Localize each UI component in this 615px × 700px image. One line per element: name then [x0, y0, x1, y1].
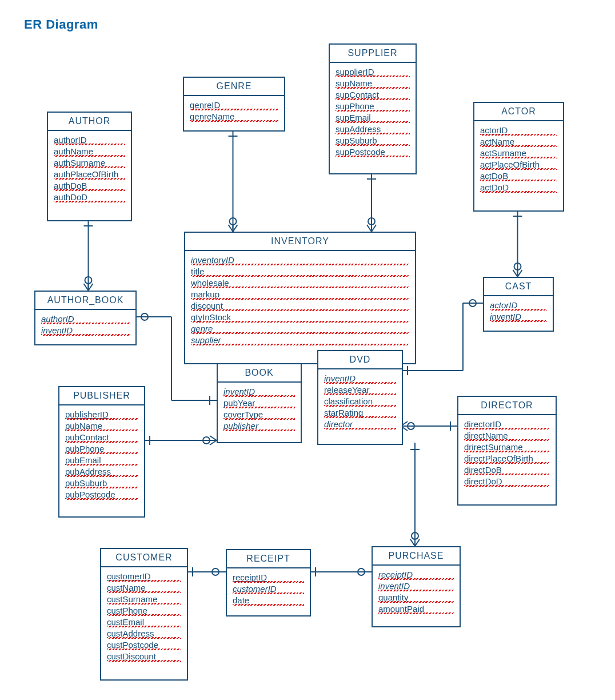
- attr: pubName: [65, 420, 138, 432]
- entity-title: CAST: [484, 278, 553, 296]
- attr: actName: [480, 136, 557, 148]
- attr: receiptID: [378, 569, 454, 580]
- entity-body: publisherIDpubNamepubContactpubPhonepubE…: [59, 405, 144, 505]
- entity-body: receiptIDcustomerIDdate: [227, 568, 310, 611]
- entity-body: inventIDpubYearcoverTypepublisher: [218, 383, 301, 436]
- attr: actorID: [480, 125, 557, 136]
- attr: releaseYear: [324, 384, 396, 396]
- attr: directDoD: [464, 476, 550, 487]
- attr: supContact: [336, 89, 410, 101]
- svg-line-20: [513, 270, 518, 277]
- entity-dvd: DVDinventIDreleaseYearclassificationstar…: [317, 350, 403, 445]
- attr: custName: [107, 582, 181, 594]
- svg-line-43: [210, 436, 217, 440]
- attr: publisher: [223, 420, 295, 432]
- attr: receiptID: [233, 572, 304, 583]
- attr: custEmail: [107, 617, 181, 628]
- attr: actSurname: [480, 148, 557, 159]
- attr: genre: [191, 323, 409, 335]
- attr: directName: [464, 430, 550, 442]
- attr: qtyInStock: [191, 312, 409, 323]
- attr: customerID: [233, 583, 304, 595]
- entity-body: receiptIDinventIDquantityamountPaid: [373, 566, 460, 619]
- attr: director: [324, 419, 396, 430]
- entity-body: genreIDgenreName: [184, 96, 284, 127]
- entity-title: RECEIPT: [227, 550, 310, 568]
- entity-body: supplierIDsupNamesupContactsupPhonesupEm…: [330, 63, 416, 162]
- entity-title: AUTHOR_BOOK: [35, 292, 135, 310]
- attr: pubPostcode: [65, 489, 138, 500]
- entity-receipt: RECEIPTreceiptIDcustomerIDdate: [226, 549, 311, 617]
- entity-title: ACTOR: [474, 103, 563, 121]
- entity-title: CUSTOMER: [101, 549, 187, 567]
- attr: publisherID: [65, 409, 138, 420]
- attr: actorID: [490, 300, 547, 311]
- svg-line-44: [210, 440, 217, 445]
- attr: supSuburb: [336, 135, 410, 146]
- entity-body: inventIDreleaseYearclassificationstarRat…: [318, 369, 402, 435]
- entity-body: actorIDactNameactSurnameactPlaceOfBirtha…: [474, 121, 563, 198]
- attr: custSurname: [107, 594, 181, 605]
- attr: supEmail: [336, 112, 410, 124]
- attr: actDoB: [480, 170, 557, 182]
- entity-title: BOOK: [218, 364, 301, 383]
- attr: markup: [191, 289, 409, 300]
- entity-actor: ACTORactorIDactNameactSurnameactPlaceOfB…: [473, 102, 564, 212]
- attr: pubAddress: [65, 466, 138, 478]
- attr: customerID: [107, 571, 181, 582]
- attr: authName: [54, 146, 125, 157]
- entity-title: INVENTORY: [185, 233, 415, 251]
- attr: custPhone: [107, 605, 181, 617]
- entity-supplier: SUPPLIERsupplierIDsupNamesupContactsupPh…: [329, 43, 417, 174]
- entity-body: authorIDauthNameauthSurnameauthPlaceOfBi…: [48, 131, 131, 208]
- attr: pubSuburb: [65, 478, 138, 489]
- attr: pubEmail: [65, 455, 138, 466]
- attr: quantity: [378, 592, 454, 603]
- attr: amountPaid: [378, 603, 454, 615]
- entity-title: PUBLISHER: [59, 387, 144, 405]
- attr: pubContact: [65, 432, 138, 443]
- attr: directorID: [464, 419, 550, 430]
- attr: authPlaceOfBirth: [54, 169, 125, 180]
- entity-title: SUPPLIER: [330, 45, 416, 63]
- attr: starRating: [324, 407, 396, 419]
- entity-customer: CUSTOMERcustomerIDcustNamecustSurnamecus…: [100, 548, 188, 681]
- entity-cast: CASTactorIDinventID: [483, 277, 554, 332]
- entity-title: AUTHOR: [48, 113, 131, 131]
- attr: title: [191, 266, 409, 277]
- attr: authorID: [54, 134, 125, 146]
- svg-line-9: [233, 225, 238, 232]
- attr: inventID: [324, 373, 396, 384]
- entity-title: GENRE: [184, 78, 284, 96]
- entity-director: DIRECTORdirectorIDdirectNamedrirectSurna…: [457, 396, 557, 506]
- attr: pubPhone: [65, 443, 138, 455]
- svg-line-3: [89, 284, 93, 291]
- entity-body: customerIDcustNamecustSurnamecustPhonecu…: [101, 567, 187, 667]
- attr: genreName: [190, 111, 278, 122]
- entity-publisher: PUBLISHERpublisherIDpubNamepubContactpub…: [58, 386, 145, 518]
- svg-line-15: [372, 225, 376, 232]
- attr: actDoD: [480, 182, 557, 193]
- attr: classification: [324, 396, 396, 407]
- svg-line-56: [415, 539, 420, 546]
- entity-author_book: AUTHOR_BOOKauthorIDinventID: [34, 291, 137, 345]
- attr: authDoD: [54, 192, 125, 203]
- attr: supPhone: [336, 101, 410, 112]
- svg-line-2: [84, 284, 89, 291]
- attr: authDoB: [54, 180, 125, 192]
- attr: inventID: [41, 325, 130, 336]
- attr: directPlaceOfBirth: [464, 453, 550, 464]
- entity-title: DVD: [318, 351, 402, 369]
- attr: authorID: [41, 313, 130, 325]
- entity-body: authorIDinventID: [35, 310, 135, 341]
- svg-line-14: [367, 225, 372, 232]
- svg-line-55: [410, 539, 415, 546]
- entity-body: inventoryIDtitlewholesalemarkupdiscountq…: [185, 251, 415, 351]
- attr: supPostcode: [336, 146, 410, 158]
- attr: inventID: [223, 386, 295, 397]
- entity-body: actorIDinventID: [484, 296, 553, 327]
- attr: inventID: [490, 311, 547, 323]
- attr: actPlaceOfBirth: [480, 159, 557, 170]
- entity-author: AUTHORauthorIDauthNameauthSurnameauthPla…: [47, 112, 132, 221]
- attr: inventoryID: [191, 254, 409, 266]
